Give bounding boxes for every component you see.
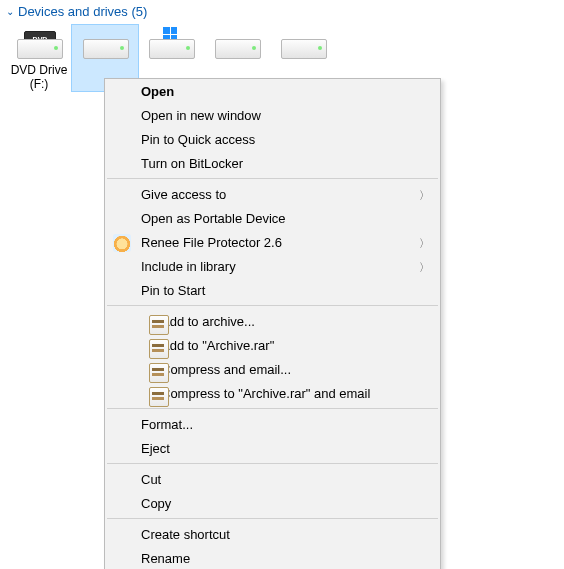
menu-pin-to-start[interactable]: Pin to Start xyxy=(105,278,440,302)
menu-separator xyxy=(107,305,438,306)
menu-copy[interactable]: Copy xyxy=(105,491,440,515)
drive-item-dvd[interactable]: DVD DVD Drive(F:) xyxy=(6,25,72,91)
menu-include-in-library[interactable]: Include in library〉 xyxy=(105,254,440,278)
menu-pin-quick-access[interactable]: Pin to Quick access xyxy=(105,127,440,151)
menu-separator xyxy=(107,408,438,409)
menu-rename[interactable]: Rename xyxy=(105,546,440,569)
dvd-drive-icon: DVD xyxy=(17,31,61,59)
chevron-right-icon: 〉 xyxy=(419,188,430,203)
menu-compress-and-email[interactable]: Compress and email... xyxy=(105,357,440,381)
menu-separator xyxy=(107,518,438,519)
menu-open[interactable]: Open xyxy=(105,79,440,103)
winrar-icon xyxy=(149,363,169,383)
hdd-icon xyxy=(281,31,325,59)
hdd-icon xyxy=(215,31,259,59)
context-menu: Open Open in new window Pin to Quick acc… xyxy=(104,78,441,569)
menu-cut[interactable]: Cut xyxy=(105,467,440,491)
section-header-devices[interactable]: ⌄ Devices and drives (5) xyxy=(0,0,564,23)
hdd-icon xyxy=(149,31,193,59)
menu-compress-archive-email[interactable]: Compress to "Archive.rar" and email xyxy=(105,381,440,405)
menu-renee[interactable]: Renee File Protector 2.6〉 xyxy=(105,230,440,254)
chevron-right-icon: 〉 xyxy=(419,260,430,275)
menu-open-new-window[interactable]: Open in new window xyxy=(105,103,440,127)
menu-separator xyxy=(107,463,438,464)
menu-turn-on-bitlocker[interactable]: Turn on BitLocker xyxy=(105,151,440,175)
winrar-icon xyxy=(149,315,169,335)
menu-eject[interactable]: Eject xyxy=(105,436,440,460)
renee-icon xyxy=(113,234,131,252)
chevron-down-icon: ⌄ xyxy=(6,6,14,17)
menu-give-access-to[interactable]: Give access to〉 xyxy=(105,182,440,206)
menu-separator xyxy=(107,178,438,179)
section-title: Devices and drives (5) xyxy=(18,4,147,19)
winrar-icon xyxy=(149,339,169,359)
menu-format[interactable]: Format... xyxy=(105,412,440,436)
menu-open-as-portable[interactable]: Open as Portable Device xyxy=(105,206,440,230)
drive-label: DVD Drive(F:) xyxy=(6,63,72,91)
menu-add-to-archive[interactable]: Add to archive... xyxy=(105,309,440,333)
chevron-right-icon: 〉 xyxy=(419,236,430,251)
hdd-icon xyxy=(83,31,127,59)
winrar-icon xyxy=(149,387,169,407)
menu-add-to-archive-rar[interactable]: Add to "Archive.rar" xyxy=(105,333,440,357)
menu-create-shortcut[interactable]: Create shortcut xyxy=(105,522,440,546)
